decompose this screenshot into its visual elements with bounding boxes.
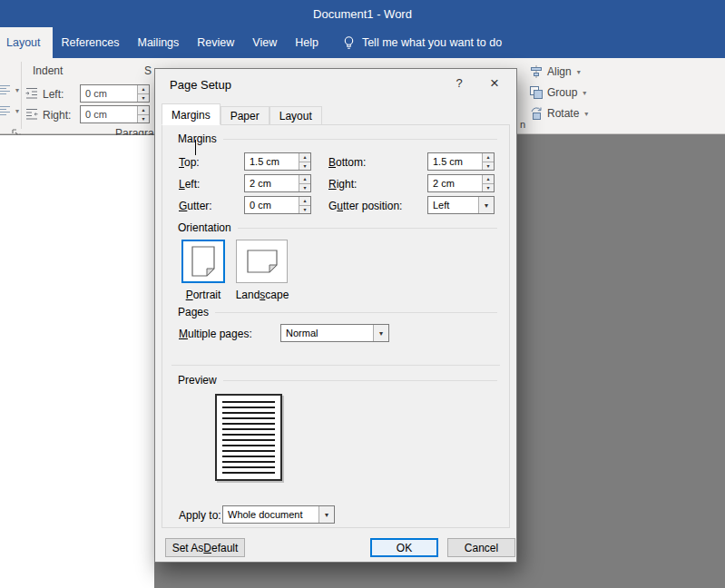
indent-left-icon: [24, 86, 39, 101]
section-divider: [215, 312, 497, 313]
spin-up-icon[interactable]: ▴: [299, 153, 310, 162]
section-divider: [223, 380, 497, 381]
gutter-position-combobox[interactable]: Left ▾: [427, 196, 495, 214]
title-bar[interactable]: Document1 - Word: [0, 0, 725, 27]
multiple-pages-label: Multiple pages:: [179, 328, 252, 340]
apply-to-combobox[interactable]: Whole document ▾: [222, 505, 335, 524]
ribbon-tab-references[interactable]: References: [53, 27, 129, 58]
text-cursor: [195, 140, 196, 155]
page-setup-dialog: Page Setup ? × Margins Paper Layout Marg…: [154, 68, 517, 563]
left-margin-label: Left:: [179, 178, 200, 191]
chevron-down-icon[interactable]: ▾: [373, 325, 388, 341]
spin-up-icon[interactable]: ▴: [138, 106, 149, 115]
ribbon-tab-help[interactable]: Help: [286, 27, 328, 58]
align-button[interactable]: Align ▾: [529, 64, 581, 79]
section-divider: [223, 139, 497, 140]
document-page[interactable]: [0, 135, 154, 588]
rotate-label: Rotate: [547, 107, 579, 120]
portrait-label: Portrait: [181, 289, 225, 301]
window-title: Document1 - Word: [313, 7, 412, 21]
preview-text-lines: [222, 401, 275, 474]
clipped-ribbon-button[interactable]: ▾: [0, 83, 19, 96]
clipped-label-fragment: n: [520, 119, 525, 130]
orientation-portrait-button[interactable]: [181, 240, 225, 283]
spin-down-icon[interactable]: ▾: [299, 162, 310, 171]
group-button[interactable]: Group ▾: [529, 85, 586, 100]
pages-section-header: Pages: [178, 306, 497, 318]
spin-down-icon[interactable]: ▾: [299, 206, 310, 214]
help-icon[interactable]: ?: [449, 76, 469, 94]
chevron-down-icon: ▾: [577, 68, 581, 76]
close-icon[interactable]: ×: [484, 73, 505, 94]
indent-right-value: 0 cm: [81, 106, 137, 122]
multiple-pages-combobox[interactable]: Normal ▾: [280, 324, 389, 342]
spin-up-icon[interactable]: ▴: [483, 153, 494, 162]
indent-group-label: Indent: [33, 64, 63, 77]
spin-down-icon[interactable]: ▾: [299, 184, 310, 192]
tab-paper[interactable]: Paper: [220, 106, 269, 124]
rotate-button[interactable]: Rotate ▾: [529, 106, 588, 121]
rotate-icon: [529, 106, 544, 121]
indent-right-label: Right:: [43, 109, 71, 122]
spin-down-icon[interactable]: ▾: [138, 115, 149, 123]
set-as-default-button[interactable]: Set As Default: [165, 538, 245, 557]
indent-left-spin-buttons: ▴ ▾: [137, 85, 149, 102]
ribbon-tab-mailings[interactable]: Mailings: [128, 27, 188, 58]
multiple-pages-value: Normal: [281, 325, 373, 341]
spin-buttons: ▴ ▾: [482, 175, 494, 191]
ribbon-group-separator: [21, 62, 22, 129]
tab-margins[interactable]: Margins: [162, 103, 220, 125]
chevron-down-icon[interactable]: ▾: [478, 197, 494, 213]
spin-up-icon[interactable]: ▴: [138, 85, 149, 94]
ok-button[interactable]: OK: [370, 538, 438, 557]
top-margin-label: Top:: [179, 156, 200, 169]
spin-up-icon[interactable]: ▴: [299, 197, 310, 206]
margins-section-label: Margins: [178, 132, 217, 145]
chevron-down-icon: ▾: [584, 110, 588, 118]
cancel-button[interactable]: Cancel: [447, 538, 515, 557]
bottom-margin-value: 1.5 cm: [428, 153, 482, 170]
top-margin-spinner[interactable]: 1.5 cm ▴ ▾: [244, 152, 311, 171]
spin-buttons: ▴ ▾: [482, 153, 494, 170]
chevron-down-icon[interactable]: ▾: [318, 506, 334, 523]
group-icon: [529, 85, 544, 100]
gutter-spinner[interactable]: 0 cm ▴ ▾: [244, 196, 311, 214]
indent-right-input[interactable]: 0 cm ▴ ▾: [80, 105, 150, 123]
ribbon-tab-view[interactable]: View: [243, 27, 286, 58]
gutter-label: Gutter:: [179, 200, 212, 212]
landscape-page-icon: [247, 250, 278, 273]
chevron-down-icon: ▾: [583, 89, 586, 97]
margins-tab-page: Margins Top: 1.5 cm ▴ ▾ Bottom: 1.5 cm ▴…: [162, 124, 510, 528]
orientation-section-header: Orientation: [178, 221, 497, 234]
section-divider: [238, 228, 497, 229]
indent-left-input[interactable]: 0 cm ▴ ▾: [80, 84, 150, 103]
tab-layout[interactable]: Layout: [269, 106, 322, 124]
indent-left-label: Left:: [43, 88, 64, 101]
right-margin-label: Right:: [328, 178, 357, 191]
tell-me-box[interactable]: Tell me what you want to do: [342, 27, 502, 58]
tell-me-label: Tell me what you want to do: [362, 36, 502, 49]
right-margin-spinner[interactable]: 2 cm ▴ ▾: [427, 174, 495, 192]
bottom-margin-spinner[interactable]: 1.5 cm ▴ ▾: [427, 152, 495, 171]
spin-down-icon[interactable]: ▾: [483, 162, 494, 171]
pages-section-label: Pages: [178, 306, 209, 318]
left-margin-spinner[interactable]: 2 cm ▴ ▾: [244, 174, 311, 192]
margins-section-header: Margins: [178, 132, 497, 145]
orientation-landscape-button[interactable]: [236, 240, 288, 283]
align-label: Align: [547, 65, 572, 78]
ribbon-tab-review[interactable]: Review: [188, 27, 243, 58]
apply-to-value: Whole document: [223, 506, 318, 523]
top-margin-value: 1.5 cm: [245, 153, 299, 170]
ribbon-tab-layout[interactable]: Layout: [0, 27, 53, 58]
spin-up-icon[interactable]: ▴: [299, 175, 310, 184]
spin-buttons: ▴ ▾: [299, 175, 310, 191]
ribbon-tab-bar: Layout References Mailings Review View H…: [0, 27, 725, 58]
spin-down-icon[interactable]: ▾: [138, 94, 149, 103]
bottom-margin-label: Bottom:: [328, 156, 366, 169]
clipped-ribbon-button[interactable]: ▾: [0, 104, 19, 117]
spacing-group-label: S: [144, 64, 152, 77]
spin-up-icon[interactable]: ▴: [483, 175, 494, 184]
dialog-title: Page Setup: [170, 78, 231, 92]
spin-down-icon[interactable]: ▾: [483, 184, 494, 192]
indent-right-icon: [24, 107, 39, 122]
